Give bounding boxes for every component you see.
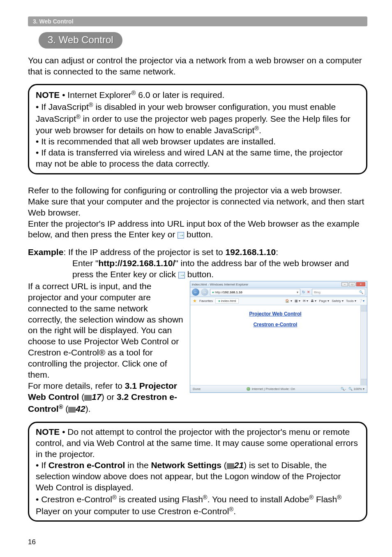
- go-icon: [178, 232, 184, 239]
- example-label: Example: [28, 247, 63, 257]
- example-rest: : If the IP address of the projector is …: [63, 247, 225, 257]
- page-content: Projector Web Control Crestron e-Control: [190, 305, 360, 385]
- note2-l3e: Player on your computer to use Crestron …: [36, 506, 229, 516]
- leftcol-p2a: For more details, refer to: [28, 381, 125, 390]
- note2-l2d: Network Settings: [151, 460, 221, 470]
- maximize-button[interactable]: ▭: [349, 282, 355, 286]
- tab-label: index.html: [221, 299, 236, 303]
- note2-l3f: .: [233, 506, 236, 516]
- status-bar: Done Internet | Protected Mode: On 🔍- 🔍 …: [190, 385, 367, 392]
- zoom-level[interactable]: 🔍 100% ▾: [348, 387, 364, 391]
- menu-page[interactable]: Page ▾: [319, 299, 329, 303]
- forward-button[interactable]: →: [201, 288, 208, 296]
- scrollbar-vertical[interactable]: [360, 305, 367, 385]
- window-titlebar: index.html - Windows Internet Explorer –…: [190, 281, 367, 288]
- close-button[interactable]: x: [356, 282, 365, 286]
- note2-l2a: • If: [36, 460, 48, 470]
- favorites-label: Favorites: [199, 299, 213, 303]
- note2-l3c: . You need to install Adobe: [208, 494, 309, 504]
- favorites-bar: ★ Favorites ● index.html 🏠 ▾ ▦ ▾ ✉ ▾ 🖶 ▾…: [190, 297, 367, 305]
- back-button[interactable]: ←: [192, 288, 199, 296]
- link-crestron-e-control[interactable]: Crestron e-Control: [190, 322, 360, 327]
- address-host: 192.168.1.10: [223, 290, 242, 294]
- help-icon[interactable]: ❔▾: [359, 299, 364, 303]
- page-number: 16: [28, 538, 36, 546]
- menu-tools[interactable]: Tools ▾: [346, 299, 356, 303]
- note1-line2d: .: [259, 125, 261, 135]
- leftcol-ref1: 17: [92, 392, 101, 402]
- p2-d: button.: [184, 230, 213, 239]
- window-buttons: – ▭ x: [341, 282, 365, 286]
- note-label: NOTE: [36, 427, 60, 436]
- favorites-left: ★ Favorites ● index.html: [193, 298, 239, 304]
- registered-icon: ®: [337, 494, 341, 501]
- registered-icon: ®: [203, 494, 208, 501]
- section-header-bar: 3. Web Control: [28, 16, 367, 26]
- link-projector-web-control[interactable]: Projector Web Control: [190, 311, 360, 317]
- star-icon[interactable]: ★: [193, 298, 197, 304]
- dropdown-icon[interactable]: ▾: [297, 290, 298, 294]
- example-ip: 192.168.1.10: [226, 247, 276, 257]
- registered-icon: ®: [112, 494, 117, 501]
- address-bar-row: ← → ● http://192.168.1.10 ▾ ↻ ✕ Bing 🔍: [190, 288, 367, 297]
- note2-l2b: Crestron e-Control: [48, 460, 125, 470]
- toolbar-right: 🏠 ▾ ▦ ▾ ✉ ▾ 🖶 ▾ Page ▾ Safety ▾ Tools ▾ …: [285, 299, 364, 303]
- two-column-row: If a correct URL is input, and the proje…: [28, 281, 367, 415]
- note1-line2a: • If JavaScript: [36, 102, 89, 111]
- section-title-pill: 3. Web Control: [39, 32, 122, 49]
- search-icon[interactable]: 🔍: [359, 290, 363, 294]
- registered-icon: ®: [89, 102, 93, 108]
- zoom-out-icon[interactable]: 🔍-: [341, 387, 346, 391]
- home-icon[interactable]: 🏠 ▾: [285, 299, 292, 303]
- note-label: NOTE: [36, 90, 60, 100]
- refresh-icon[interactable]: ↻: [302, 290, 305, 294]
- note2-l2e: (: [221, 460, 227, 470]
- search-input[interactable]: Bing 🔍: [312, 289, 365, 295]
- p2-a: Refer to the following for configuring o…: [28, 186, 342, 195]
- example-url: http://192.168.1.10/: [98, 258, 175, 268]
- p2-b: Make sure that your computer and the pro…: [28, 197, 364, 217]
- note2-ref: 21: [234, 460, 244, 470]
- book-icon: [84, 395, 92, 401]
- status-zone-wrap: Internet | Protected Mode: On: [204, 387, 337, 391]
- note2-l1: • Do not attempt to control the projecto…: [36, 427, 358, 459]
- section-title-text: 3. Web Control: [48, 34, 113, 45]
- note1-line3: • It is recommended that all web browser…: [36, 137, 276, 146]
- print-icon[interactable]: 🖶 ▾: [311, 299, 316, 303]
- minimize-button[interactable]: –: [341, 282, 348, 286]
- note1-line1a: • Internet Explorer: [60, 90, 131, 100]
- leftcol-p1: If a correct URL is input, and the proje…: [28, 281, 183, 379]
- address-input[interactable]: ● http://192.168.1.10 ▾: [210, 289, 300, 295]
- example-block: Example: If the IP address of the projec…: [28, 247, 367, 280]
- note2-l3d: Flash: [314, 494, 337, 504]
- registered-icon: ®: [254, 125, 259, 132]
- note2-l3a: • Crestron e-Control: [36, 494, 112, 504]
- note-box-1: NOTE • Internet Explorer® 6.0 or later i…: [28, 84, 367, 174]
- mail-icon[interactable]: ✉ ▾: [303, 299, 308, 303]
- internet-zone-icon: [247, 387, 250, 391]
- example-colon: :: [276, 247, 278, 257]
- browser-screenshot: index.html - Windows Internet Explorer –…: [190, 281, 367, 393]
- leftcol-p2d: ) or: [101, 392, 117, 402]
- note2-l3b: is created using Flash: [117, 494, 203, 504]
- paragraph-2: Refer to the following for configuring o…: [28, 185, 367, 240]
- note1-line2c: in order to use the projector web pages …: [36, 114, 350, 135]
- note1-line4: • If data is transferred via wireless an…: [36, 148, 343, 168]
- feeds-icon[interactable]: ▦ ▾: [295, 299, 300, 303]
- status-done: Done: [193, 387, 201, 391]
- stop-icon[interactable]: ✕: [307, 290, 310, 294]
- registered-icon: ®: [131, 90, 136, 96]
- registered-icon: ®: [76, 114, 81, 120]
- registered-icon: ®: [229, 506, 233, 513]
- left-column-text: If a correct URL is input, and the proje…: [28, 281, 183, 415]
- page-tab[interactable]: ● index.html: [215, 298, 239, 304]
- globe-icon: ●: [212, 290, 214, 294]
- book-icon: [227, 463, 234, 469]
- example-l2a: Enter ": [72, 258, 98, 268]
- menu-safety[interactable]: Safety ▾: [332, 299, 344, 303]
- leftcol-p2c: (: [79, 392, 84, 402]
- leftcol-p2g: ).: [85, 404, 91, 413]
- zoom-value: 100%: [353, 387, 362, 391]
- go-icon: [178, 272, 185, 278]
- book-icon: [68, 407, 76, 413]
